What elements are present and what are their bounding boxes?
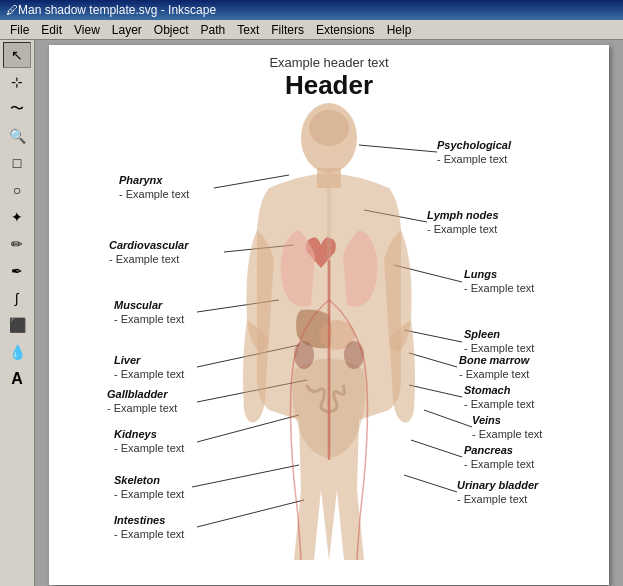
calligraphy-tool-btn[interactable]: ∫ — [3, 285, 31, 311]
menu-item-edit[interactable]: Edit — [35, 21, 68, 39]
left-toolbar: ↖ ⊹ 〜 🔍 □ ○ ✦ ✏ ✒ ∫ ⬛ 💧 A — [0, 40, 35, 586]
pen-tool-btn[interactable]: ✒ — [3, 258, 31, 284]
star-tool-btn[interactable]: ✦ — [3, 204, 31, 230]
menu-item-object[interactable]: Object — [148, 21, 195, 39]
canvas-area[interactable]: Example header text Header — [35, 40, 623, 586]
label-intestines: Intestines - Example text — [114, 513, 184, 542]
header-area: Example header text Header — [49, 45, 609, 101]
menubar: FileEditViewLayerObjectPathTextFiltersEx… — [0, 20, 623, 40]
label-muscular: Muscular - Example text — [114, 298, 184, 327]
menu-item-text[interactable]: Text — [231, 21, 265, 39]
label-spleen: Spleen - Example text — [464, 327, 534, 356]
label-gallbladder: Gallbladder - Example text — [107, 387, 177, 416]
label-pancreas: Pancreas - Example text — [464, 443, 534, 472]
titlebar: 🖊 Man shadow template.svg - Inkscape — [0, 0, 623, 20]
label-urinary-bladder: Urinary bladder - Example text — [457, 478, 538, 507]
label-kidneys: Kidneys - Example text — [114, 427, 184, 456]
text-tool-btn[interactable]: A — [3, 366, 31, 392]
svg-point-21 — [294, 341, 314, 369]
label-lymph-nodes: Lymph nodes - Example text — [427, 208, 499, 237]
header-large-text: Header — [49, 70, 609, 101]
label-cardiovascular: Cardiovascular - Example text — [109, 238, 188, 267]
menu-item-layer[interactable]: Layer — [106, 21, 148, 39]
titlebar-title: Man shadow template.svg - Inkscape — [18, 3, 216, 17]
dropper-tool-btn[interactable]: 💧 — [3, 339, 31, 365]
label-pharynx: Pharynx - Example text — [119, 173, 189, 202]
label-stomach: Stomach - Example text — [464, 383, 534, 412]
svg-point-18 — [309, 110, 349, 146]
svg-line-11 — [424, 410, 472, 427]
ellipse-tool-btn[interactable]: ○ — [3, 177, 31, 203]
node-tool-btn[interactable]: ⊹ — [3, 69, 31, 95]
menu-item-help[interactable]: Help — [381, 21, 418, 39]
zoom-tool-btn[interactable]: 🔍 — [3, 123, 31, 149]
menu-item-extensions[interactable]: Extensions — [310, 21, 381, 39]
menu-item-file[interactable]: File — [4, 21, 35, 39]
label-bone-marrow: Bone marrow - Example text — [459, 353, 529, 382]
gradient-tool-btn[interactable]: ⬛ — [3, 312, 31, 338]
label-lungs: Lungs - Example text — [464, 267, 534, 296]
canvas: Example header text Header — [49, 45, 609, 585]
pencil-tool-btn[interactable]: ✏ — [3, 231, 31, 257]
header-small-text: Example header text — [49, 55, 609, 70]
canvas-content: Example header text Header — [49, 45, 609, 585]
menu-item-filters[interactable]: Filters — [265, 21, 310, 39]
label-liver: Liver - Example text — [114, 353, 184, 382]
rect-tool-btn[interactable]: □ — [3, 150, 31, 176]
menu-item-view[interactable]: View — [68, 21, 106, 39]
label-veins: Veins - Example text — [472, 413, 542, 442]
select-tool-btn[interactable]: ↖ — [3, 42, 31, 68]
titlebar-icon: 🖊 — [6, 3, 18, 17]
menu-item-path[interactable]: Path — [195, 21, 232, 39]
label-skeleton: Skeleton - Example text — [114, 473, 184, 502]
body-figure — [239, 100, 419, 560]
svg-point-22 — [344, 341, 364, 369]
label-psychological: Psychological - Example text — [437, 138, 511, 167]
main-area: ↖ ⊹ 〜 🔍 □ ○ ✦ ✏ ✒ ∫ ⬛ 💧 A Example header… — [0, 40, 623, 586]
tweak-tool-btn[interactable]: 〜 — [3, 96, 31, 122]
